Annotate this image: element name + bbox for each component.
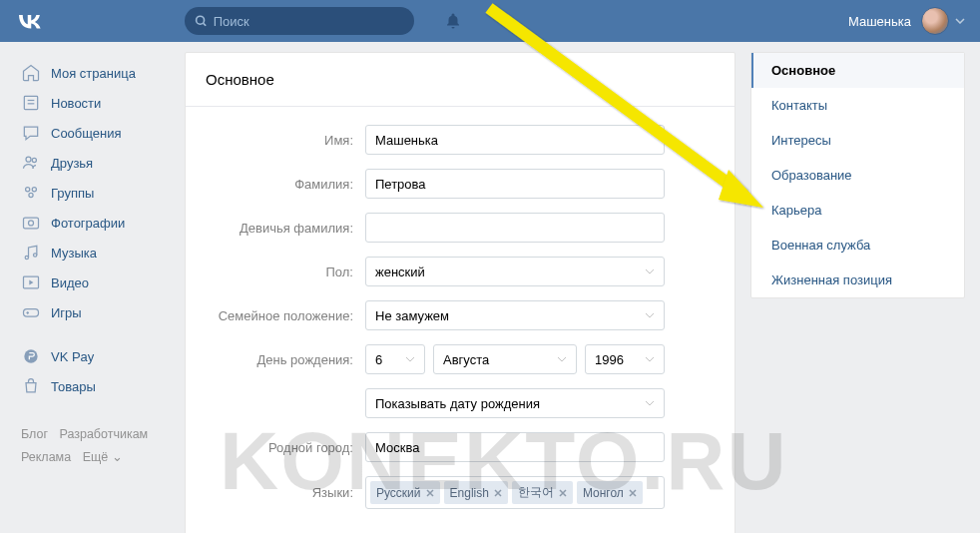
right-nav-item[interactable]: Образование [751,158,964,193]
sidebar-item-photos[interactable]: Фотографии [15,208,170,238]
svg-rect-10 [24,218,39,229]
languages-tags[interactable]: РусскийEnglish한국어Монгол [365,476,665,509]
first-name-input[interactable] [365,125,665,155]
panel-title: Основное [186,71,735,107]
last-name-input[interactable] [365,169,665,199]
sidebar-item-label: Сообщения [51,126,122,141]
pay-icon [21,346,41,366]
sidebar-item-video[interactable]: Видео [15,267,170,297]
svg-point-13 [34,254,37,257]
news-icon [21,93,41,113]
right-nav-item[interactable]: Основное [751,53,964,88]
svg-rect-2 [24,96,37,109]
sidebar-footer-links: Блог Разработчикам Реклама Ещё ⌄ [15,415,170,476]
chevron-down-icon [955,18,965,24]
chevron-down-icon [645,312,655,318]
sidebar-item-music[interactable]: Музыка [15,238,170,267]
user-menu[interactable]: Машенька [848,7,965,35]
svg-point-12 [25,256,28,259]
sidebar-item-shop[interactable]: Товары [15,371,170,401]
svg-point-8 [32,188,36,192]
notifications-icon[interactable] [444,12,462,30]
label-relation: Семейное положение: [206,308,365,323]
language-tag[interactable]: Русский [370,481,440,504]
vk-logo[interactable] [15,6,45,36]
sidebar-item-news[interactable]: Новости [15,88,170,118]
close-icon [494,489,502,497]
hometown-input[interactable] [365,432,665,462]
sidebar-item-games[interactable]: Игры [15,297,170,327]
sidebar-item-messages[interactable]: Сообщения [15,118,170,148]
right-nav: ОсновноеКонтактыИнтересыОбразованиеКарье… [750,52,965,298]
right-nav-item[interactable]: Военная служба [751,228,964,263]
right-nav-item[interactable]: Карьера [751,193,964,228]
label-languages: Языки: [206,485,365,500]
sidebar-item-label: Музыка [51,246,97,261]
language-tag[interactable]: 한국어 [512,481,573,504]
sidebar-item-label: VK Pay [51,349,94,364]
svg-point-11 [29,221,34,226]
language-tag[interactable]: English [444,481,508,504]
video-icon [21,272,41,292]
chevron-down-icon [405,356,415,362]
photos-icon [21,213,41,233]
footer-link[interactable]: Блог [21,427,48,441]
sidebar-item-label: Группы [51,186,94,201]
birthday-visibility-select[interactable]: Показывать дату рождения [365,388,665,418]
close-icon [426,489,434,497]
chevron-down-icon [557,356,567,362]
left-sidebar: Моя страницаНовостиСообщенияДрузьяГруппы… [15,52,170,533]
right-nav-item[interactable]: Жизненная позиция [751,263,964,297]
birthday-month-select[interactable]: Августа [433,344,577,374]
language-tag[interactable]: Монгол [577,481,643,504]
sidebar-item-groups[interactable]: Группы [15,178,170,208]
sidebar-item-home[interactable]: Моя страница [15,58,170,88]
sidebar-item-label: Игры [51,305,82,320]
shop-icon [21,376,41,396]
messages-icon [21,123,41,143]
maiden-name-input[interactable] [365,213,665,243]
svg-point-7 [26,188,30,192]
footer-link[interactable]: Реклама [21,450,71,464]
svg-point-5 [26,157,31,162]
sex-select[interactable]: женский [365,257,665,286]
relation-select[interactable]: Не замужем [365,300,665,330]
search-input[interactable] [214,14,404,29]
right-nav-item[interactable]: Интересы [751,123,964,158]
groups-icon [21,183,41,203]
label-birthday: День рождения: [206,352,365,367]
svg-point-6 [32,158,36,162]
form-panel: Основное Имя: Фамилия: Девичья фамилия: … [185,52,735,533]
sidebar-item-label: Новости [51,96,101,111]
sidebar-item-label: Товары [51,379,96,394]
footer-link[interactable]: Разработчикам [60,427,149,441]
sidebar-item-friends[interactable]: Друзья [15,148,170,178]
search-icon [195,14,208,28]
label-last-name: Фамилия: [206,177,365,192]
sidebar-item-label: Фотографии [51,216,125,231]
label-first-name: Имя: [206,133,365,148]
footer-link[interactable]: Ещё ⌄ [83,450,123,464]
svg-point-0 [197,16,205,24]
avatar [921,7,949,35]
birthday-year-select[interactable]: 1996 [585,344,665,374]
svg-line-1 [204,23,206,25]
search-box[interactable] [185,7,414,35]
home-icon [21,63,41,83]
close-icon [559,489,567,497]
svg-rect-15 [24,309,39,317]
right-nav-item[interactable]: Контакты [751,88,964,123]
music-icon [21,243,41,263]
friends-icon [21,153,41,173]
label-sex: Пол: [206,265,365,279]
chevron-down-icon [645,268,655,274]
sidebar-item-label: Моя страница [51,66,136,81]
chevron-down-icon [645,356,655,362]
close-icon [629,489,637,497]
games-icon [21,302,41,322]
chevron-down-icon [645,400,655,406]
birthday-day-select[interactable]: 6 [365,344,425,374]
sidebar-item-label: Друзья [51,156,93,171]
label-hometown: Родной город: [206,440,365,455]
sidebar-item-pay[interactable]: VK Pay [15,341,170,371]
